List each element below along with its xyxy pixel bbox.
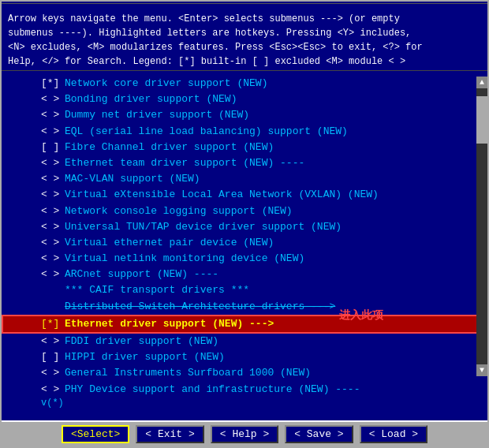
menu-item: < > Network console logging support (NEW… (2, 203, 487, 219)
menu-item: Distributed Switch Architecture drivers … (2, 299, 487, 315)
scroll-up[interactable]: ▲ (476, 77, 487, 88)
menu-item: [ ] Fibre Channel driver support (NEW) (2, 140, 487, 155)
menu-item: < > General Instruments Surfboard 1000 (… (2, 365, 487, 381)
menu-item: < > ARCnet support (NEW) ---- (2, 267, 487, 282)
v-indicator: v(*) (2, 398, 487, 409)
menu-item: < > Universal TUN/TAP device driver supp… (2, 219, 487, 235)
scroll-down[interactable]: ▼ (476, 364, 487, 376)
menu-item: *** CAIF transport drivers *** (2, 282, 487, 298)
nav-button-1[interactable]: < Exit > (136, 425, 203, 443)
help-text: Arrow keys navigate the menu. <Enter> se… (2, 10, 487, 71)
scroll-thumb[interactable] (476, 96, 487, 144)
menu-item-highlighted[interactable]: [*] Ethernet driver support (NEW) ---> (2, 315, 487, 334)
nav-button-2[interactable]: < Help > (211, 425, 278, 443)
menu-item: < > PHY Device support and infrastructur… (2, 382, 487, 398)
menu-item: < > Virtual ethernet pair device (NEW) (2, 235, 487, 251)
menu-item: < > Dummy net driver support (NEW) (2, 107, 487, 123)
menu-item: < > FDDI driver support (NEW) (2, 334, 487, 349)
menu-item: < > Ethernet team driver support (NEW) -… (2, 155, 487, 171)
menu-item: < > Virtual eXtensible Local Area Networ… (2, 187, 487, 203)
nav-button-0[interactable]: <Select> (62, 425, 129, 443)
menu-item: < > Bonding driver support (NEW) (2, 91, 487, 107)
bottom-nav: <Select>< Exit >< Help >< Save >< Load > (2, 420, 487, 446)
menu-item: [*] Network core driver support (NEW) (2, 76, 487, 91)
menu-item: < > MAC-VLAN support (NEW) (2, 171, 487, 187)
chinese-annotation: 进入此项 (339, 308, 383, 323)
nav-button-3[interactable]: < Save > (285, 425, 353, 443)
menu-item: < > EQL (serial line load balancing) sup… (2, 124, 487, 140)
nav-button-4[interactable]: < Load > (360, 425, 427, 443)
menu-area: [*] Network core driver support (NEW)< >… (2, 71, 487, 420)
menu-item: [ ] HIPPI driver support (NEW) (2, 349, 487, 365)
scrollbar[interactable]: ▲ ▼ (476, 77, 487, 376)
menu-item: < > Virtual netlink monitoring device (N… (2, 251, 487, 267)
